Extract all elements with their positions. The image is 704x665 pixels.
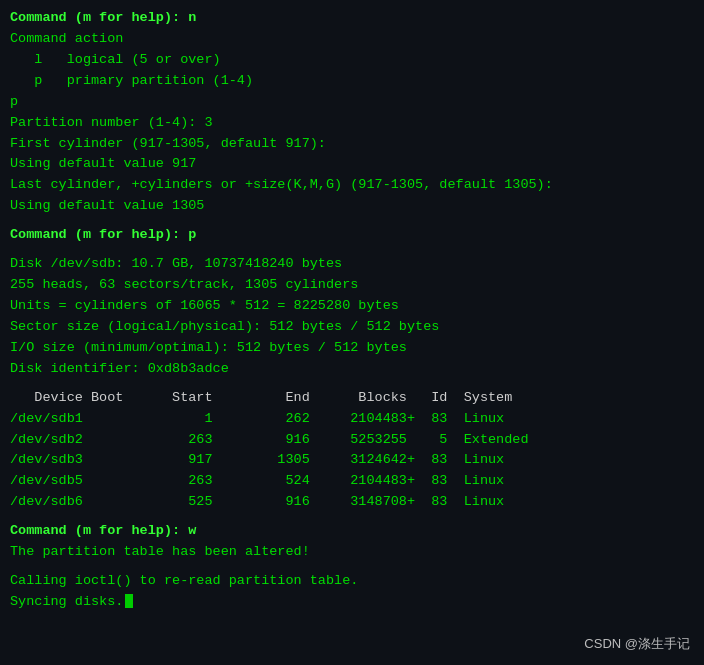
spacer-line: [10, 246, 694, 254]
terminal-window: Command (m for help): nCommand action l …: [0, 0, 704, 665]
spacer-line: [10, 380, 694, 388]
terminal-line: Command (m for help): p: [10, 225, 694, 246]
terminal-line: Units = cylinders of 16065 * 512 = 82252…: [10, 296, 694, 317]
terminal-line: /dev/sdb2 263 916 5253255 5 Extended: [10, 430, 694, 451]
spacer-line: [10, 217, 694, 225]
terminal-line: First cylinder (917-1305, default 917):: [10, 134, 694, 155]
terminal-line: Syncing disks.: [10, 592, 694, 613]
terminal-line: Using default value 917: [10, 154, 694, 175]
terminal-line: 255 heads, 63 sectors/track, 1305 cylind…: [10, 275, 694, 296]
terminal-line: /dev/sdb3 917 1305 3124642+ 83 Linux: [10, 450, 694, 471]
terminal-line: Command (m for help): w: [10, 521, 694, 542]
terminal-line: p primary partition (1-4): [10, 71, 694, 92]
spacer-line: [10, 563, 694, 571]
terminal-content: Command (m for help): nCommand action l …: [10, 8, 694, 613]
terminal-line: Sector size (logical/physical): 512 byte…: [10, 317, 694, 338]
terminal-line: p: [10, 92, 694, 113]
terminal-line: Last cylinder, +cylinders or +size(K,M,G…: [10, 175, 694, 196]
terminal-line: /dev/sdb5 263 524 2104483+ 83 Linux: [10, 471, 694, 492]
terminal-line: Disk /dev/sdb: 10.7 GB, 10737418240 byte…: [10, 254, 694, 275]
terminal-line: I/O size (minimum/optimal): 512 bytes / …: [10, 338, 694, 359]
spacer-line: [10, 513, 694, 521]
terminal-line: /dev/sdb6 525 916 3148708+ 83 Linux: [10, 492, 694, 513]
terminal-line: Disk identifier: 0xd8b3adce: [10, 359, 694, 380]
watermark: CSDN @涤生手记: [584, 635, 690, 653]
terminal-line: Using default value 1305: [10, 196, 694, 217]
cursor: [125, 594, 133, 608]
terminal-line: Command (m for help): n: [10, 8, 694, 29]
terminal-line: The partition table has been altered!: [10, 542, 694, 563]
terminal-line: /dev/sdb1 1 262 2104483+ 83 Linux: [10, 409, 694, 430]
terminal-line: l logical (5 or over): [10, 50, 694, 71]
terminal-line: Partition number (1-4): 3: [10, 113, 694, 134]
terminal-line: Calling ioctl() to re-read partition tab…: [10, 571, 694, 592]
terminal-line: Device Boot Start End Blocks Id System: [10, 388, 694, 409]
terminal-line: Command action: [10, 29, 694, 50]
